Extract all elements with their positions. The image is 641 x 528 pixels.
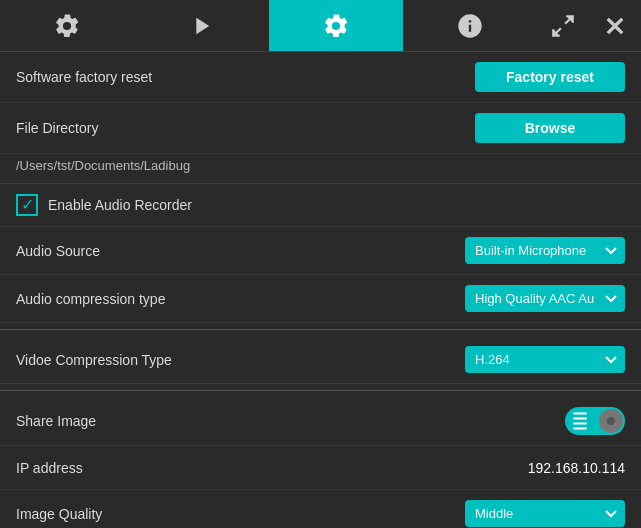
image-quality-row: Image Quality High Middle Low [0, 490, 641, 528]
factory-reset-label: Software factory reset [16, 69, 152, 85]
video-compression-label: Vidoe Compression Type [16, 352, 172, 368]
share-image-label: Share Image [16, 413, 96, 429]
ip-address-row: IP address 192.168.10.114 [0, 446, 641, 490]
factory-reset-row: Software factory reset Factory reset [0, 52, 641, 103]
file-directory-label: File Directory [16, 120, 98, 136]
audio-source-row: Audio Source Built-in Microphone Externa… [0, 227, 641, 275]
toggle-line-4 [573, 428, 587, 430]
ip-address-value: 192.168.10.114 [528, 460, 625, 476]
nav-bar [0, 0, 641, 52]
divider-1 [0, 329, 641, 330]
tab-video[interactable] [134, 0, 268, 51]
file-path-value: /Users/tst/Documents/Ladibug [16, 158, 190, 173]
factory-reset-button[interactable]: Factory reset [475, 62, 625, 92]
audio-compression-select[interactable]: High Quality AAC Au Low Quality AAC MP3 [465, 285, 625, 312]
video-compression-select[interactable]: H.264 H.265 MJPEG [465, 346, 625, 373]
tab-camera[interactable] [0, 0, 134, 51]
toggle-line-3 [573, 423, 587, 425]
divider-2 [0, 390, 641, 391]
browse-button[interactable]: Browse [475, 113, 625, 143]
audio-compression-row: Audio compression type High Quality AAC … [0, 275, 641, 323]
enable-audio-recorder-label: Enable Audio Recorder [48, 197, 192, 213]
nav-right-controls [537, 0, 641, 51]
enable-audio-recorder-row[interactable]: ✓ Enable Audio Recorder [0, 184, 641, 227]
video-icon [187, 12, 215, 40]
tab-info[interactable] [403, 0, 537, 51]
file-directory-row: File Directory Browse [0, 103, 641, 154]
image-quality-label: Image Quality [16, 506, 102, 522]
checkmark-icon: ✓ [21, 197, 34, 213]
toggle-knob [599, 409, 623, 433]
close-icon [602, 13, 628, 39]
info-icon [456, 12, 484, 40]
share-image-row: Share Image [0, 397, 641, 446]
share-image-toggle[interactable] [565, 407, 625, 435]
video-compression-row: Vidoe Compression Type H.264 H.265 MJPEG [0, 336, 641, 384]
audio-source-label: Audio Source [16, 243, 100, 259]
camera-icon [53, 12, 81, 40]
expand-icon [550, 13, 576, 39]
close-button[interactable] [589, 0, 641, 51]
audio-recorder-checkbox[interactable]: ✓ [16, 194, 38, 216]
tab-settings[interactable] [269, 0, 403, 51]
toggle-dot [607, 417, 615, 425]
image-quality-select[interactable]: High Middle Low [465, 500, 625, 527]
expand-button[interactable] [537, 0, 589, 51]
toggle-lines [573, 413, 587, 430]
gear-icon [322, 12, 350, 40]
audio-source-select[interactable]: Built-in Microphone External Microphone … [465, 237, 625, 264]
toggle-line-1 [573, 413, 587, 415]
toggle-line-2 [573, 418, 587, 420]
audio-compression-label: Audio compression type [16, 291, 165, 307]
ip-address-label: IP address [16, 460, 83, 476]
file-path-row: /Users/tst/Documents/Ladibug [0, 154, 641, 184]
settings-content: Software factory reset Factory reset Fil… [0, 52, 641, 528]
